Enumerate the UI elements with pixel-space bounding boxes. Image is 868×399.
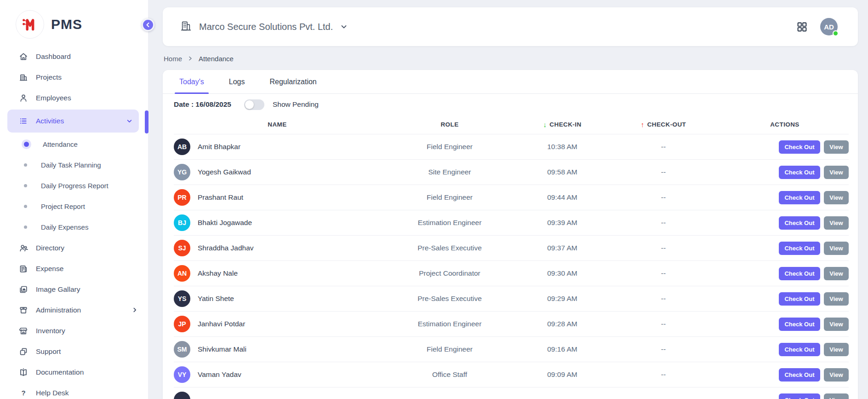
check-out-time: -- (606, 320, 721, 328)
online-status-dot (833, 30, 839, 36)
sidebar-subitem-daily-task-planning[interactable]: Daily Task Planning (0, 155, 148, 175)
sort-down-arrow-icon: ↓ (543, 121, 547, 128)
chevron-right-icon (132, 307, 138, 313)
sidebar-item-dashboard[interactable]: Dashboard (0, 46, 148, 67)
bullet-dot-icon (24, 184, 27, 187)
sidebar-collapse-button[interactable] (142, 18, 154, 31)
employee-name: Yogesh Gaikwad (198, 168, 251, 176)
column-header-role[interactable]: ROLE (381, 121, 519, 128)
view-button[interactable]: View (824, 343, 849, 356)
sidebar-subitem-daily-progress-report[interactable]: Daily Progress Report (0, 175, 148, 196)
sidebar-subitem-daily-expenses[interactable]: Daily Expenses (0, 217, 148, 237)
sidebar-item-directory[interactable]: Directory (0, 237, 148, 258)
employee-name: Yatin Shete (198, 295, 234, 303)
bullet-dot-icon (24, 142, 29, 147)
check-out-time: -- (606, 244, 721, 252)
employee-role: Pre-Sales Executive (381, 244, 519, 252)
building-icon (18, 72, 28, 82)
sidebar-item-image-gallary[interactable]: Image Gallary (0, 279, 148, 300)
view-button[interactable]: View (824, 318, 849, 331)
sidebar-item-administration[interactable]: Administration (0, 300, 148, 320)
column-header-name[interactable]: NAME (174, 121, 381, 128)
table-row: YS Yatin Shete Pre-Sales Executive 09:29… (174, 286, 849, 312)
view-button[interactable]: View (824, 166, 849, 179)
sidebar-subitem-attendance[interactable]: Attendance (0, 134, 148, 155)
check-out-button[interactable]: Check Out (779, 140, 820, 154)
attendance-table: NAME ROLE ↓ CHECK-IN ↑ CHECK-OUT ACTIONS… (163, 115, 858, 399)
tab-regularization[interactable]: Regularization (265, 70, 321, 93)
column-header-actions: ACTIONS (721, 121, 849, 128)
show-pending-toggle[interactable] (244, 99, 264, 110)
apps-grid-icon[interactable] (797, 22, 807, 32)
check-out-button[interactable]: Check Out (779, 393, 820, 399)
breadcrumb: Home Attendance (164, 52, 858, 65)
check-out-button[interactable]: Check Out (779, 318, 820, 331)
check-in-time: 09:29 AM (519, 295, 606, 303)
sidebar-item-employees[interactable]: Employees (0, 87, 148, 108)
sidebar-nav: Dashboard Projects Employees Activities … (0, 45, 148, 399)
tab-logs[interactable]: Logs (224, 70, 250, 93)
tab-todays[interactable]: Today's (175, 70, 209, 93)
column-header-checkout[interactable]: ↑ CHECK-OUT (606, 121, 721, 128)
check-out-button[interactable]: Check Out (779, 166, 820, 179)
employee-avatar: SJ (174, 240, 190, 256)
check-out-button[interactable]: Check Out (779, 191, 820, 204)
company-selector[interactable]: Marco Secure Solutions Pvt. Ltd. (180, 20, 348, 34)
employee-role: Field Engineer (381, 193, 519, 202)
sidebar-subitem-project-report[interactable]: Project Report (0, 196, 148, 217)
sidebar: PMS Dashboard Projects Employees Activit… (0, 0, 148, 399)
view-button[interactable]: View (824, 292, 849, 306)
sort-up-arrow-icon: ↑ (641, 121, 645, 128)
sidebar-item-expense[interactable]: Expense (0, 258, 148, 279)
person-icon (18, 93, 28, 103)
check-out-button[interactable]: Check Out (779, 292, 820, 306)
sidebar-item-inventory[interactable]: Inventory (0, 320, 148, 341)
view-button[interactable]: View (824, 242, 849, 255)
sidebar-item-projects[interactable]: Projects (0, 67, 148, 87)
column-header-checkin[interactable]: ↓ CHECK-IN (519, 121, 606, 128)
view-button[interactable]: View (824, 216, 849, 230)
check-out-button[interactable]: Check Out (779, 267, 820, 280)
employee-name: Shraddha Jadhav (198, 244, 254, 252)
view-button[interactable]: View (824, 191, 849, 204)
table-row: VY Vaman Yadav Office Staff 09:09 AM -- … (174, 362, 849, 387)
gallery-icon (18, 284, 28, 294)
employee-name: Bhakti Jogawade (198, 219, 252, 227)
employee-role: Pre-Sales Executive (381, 295, 519, 303)
view-button[interactable]: View (824, 368, 849, 382)
employee-name: Vaman Yadav (198, 370, 241, 379)
view-button[interactable]: View (824, 140, 849, 154)
check-in-time: 09:39 AM (519, 219, 606, 227)
chevron-down-icon (340, 23, 348, 30)
bullet-dot-icon (24, 205, 27, 208)
employee-role: Site Engineer (381, 168, 519, 176)
employee-avatar: YG (174, 164, 190, 180)
breadcrumb-current: Attendance (199, 55, 234, 63)
sidebar-item-activities[interactable]: Activities (7, 110, 139, 133)
main-area: Marco Secure Solutions Pvt. Ltd. AD (148, 0, 868, 399)
sidebar-item-support[interactable]: Support (0, 341, 148, 362)
check-out-time: -- (606, 295, 721, 303)
user-avatar[interactable]: AD (820, 18, 838, 35)
employee-avatar: YS (174, 290, 190, 307)
view-button[interactable]: View (824, 393, 849, 399)
employee-avatar: PR (174, 189, 190, 206)
building-icon (180, 20, 192, 34)
book-icon (18, 367, 28, 377)
check-in-time: 09:09 AM (519, 370, 606, 379)
check-out-button[interactable]: Check Out (779, 216, 820, 230)
check-out-button[interactable]: Check Out (779, 242, 820, 255)
check-out-button[interactable]: Check Out (779, 343, 820, 356)
chevron-left-icon (145, 22, 151, 28)
check-out-button[interactable]: Check Out (779, 368, 820, 382)
receipt-icon (18, 264, 28, 273)
employee-avatar: AN (174, 265, 190, 282)
breadcrumb-home[interactable]: Home (164, 55, 182, 63)
sidebar-item-help-desk[interactable]: ? Help Desk (0, 382, 148, 399)
sidebar-item-documentation[interactable]: Documentation (0, 362, 148, 382)
bullet-dot-icon (24, 226, 27, 229)
view-button[interactable]: View (824, 267, 849, 280)
copy-icon (18, 347, 28, 356)
table-row: YG Yogesh Gaikwad Site Engineer 09:58 AM… (174, 160, 849, 185)
app-root: PMS Dashboard Projects Employees Activit… (0, 0, 868, 399)
